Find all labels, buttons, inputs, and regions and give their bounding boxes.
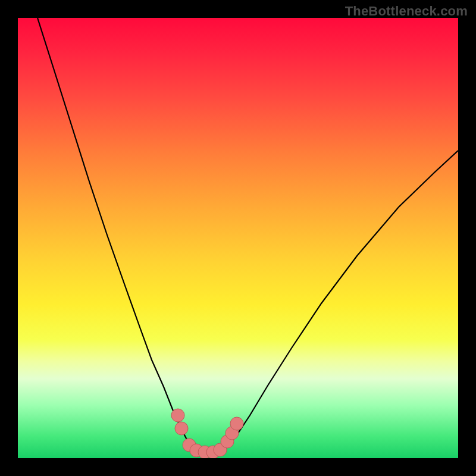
bottleneck-curve xyxy=(18,18,458,458)
watermark-text: TheBottleneck.com xyxy=(345,4,468,19)
bottleneck-curve-path xyxy=(37,18,458,453)
valley-dot xyxy=(230,417,243,430)
valley-dot xyxy=(171,409,184,422)
valley-dot xyxy=(175,422,188,435)
